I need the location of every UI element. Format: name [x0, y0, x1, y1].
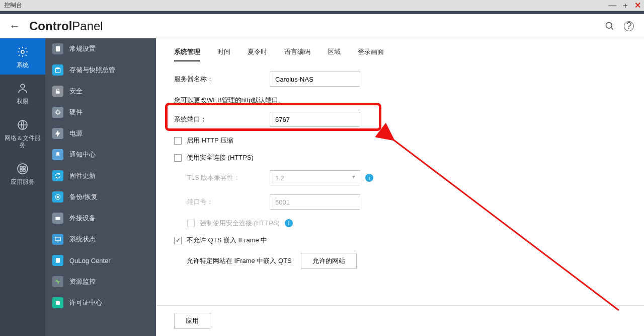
info-icon[interactable]: i: [365, 174, 373, 182]
sidebar-item-qulog[interactable]: QuLog Center: [45, 250, 156, 271]
tab-encoding[interactable]: 语言编码: [284, 47, 310, 61]
sidebar-item-firmware[interactable]: 固件更新: [45, 165, 156, 186]
checkbox-icon[interactable]: [174, 237, 182, 244]
update-icon: [52, 170, 63, 181]
close-icon[interactable]: ✕: [634, 0, 641, 11]
tls-label: TLS 版本兼容性：: [174, 173, 270, 182]
svg-rect-10: [56, 46, 60, 52]
sidebar-label: 备份/恢复: [69, 192, 98, 201]
apply-button[interactable]: 应用: [174, 313, 210, 329]
tab-sys-mgmt[interactable]: 系统管理: [174, 47, 200, 61]
user-icon: [16, 82, 29, 95]
sidebar-label: 系统状态: [69, 235, 96, 244]
svg-rect-8: [20, 169, 22, 171]
info-icon[interactable]: i: [285, 219, 293, 227]
storage-icon: [52, 64, 63, 76]
sidebar-item-hardware[interactable]: 硬件: [45, 102, 156, 123]
server-name-label: 服务器名称：: [174, 75, 270, 84]
sidebar-item-license[interactable]: 许可证中心: [45, 292, 156, 313]
content: 系统管理 时间 夏令时 语言编码 区域 登录画面 服务器名称： 您可以更改WEB…: [156, 38, 644, 336]
apps-icon: [16, 162, 29, 175]
rail-item-permissions[interactable]: 权限: [0, 75, 45, 111]
usb-icon: [52, 213, 63, 224]
gear-icon: [16, 45, 29, 58]
sidebar-label: 常规设置: [69, 44, 96, 53]
rail-item-system[interactable]: 系统: [0, 38, 45, 75]
tab-dst[interactable]: 夏令时: [248, 47, 267, 61]
sidebar-label: 电源: [69, 129, 83, 138]
rail-item-apps[interactable]: 应用服务: [0, 155, 45, 191]
https-port-input: [270, 194, 360, 210]
https-force-label: 强制使用安全连接 (HTTPS): [200, 219, 280, 228]
globe-icon: [16, 118, 29, 131]
svg-line-1: [611, 27, 613, 29]
rail: 系统 权限 网络＆文件服务 应用服务: [0, 38, 45, 336]
minimize-icon[interactable]: —: [608, 0, 616, 11]
rail-label: 权限: [17, 98, 29, 105]
sidebar-label: 资源监控: [69, 277, 96, 286]
footer: 应用: [156, 305, 644, 336]
back-icon[interactable]: ←: [9, 20, 20, 33]
sidebar-item-resource[interactable]: 资源监控: [45, 271, 156, 292]
sidebar-item-general[interactable]: 常规设置: [45, 38, 156, 59]
log-icon: [52, 255, 63, 266]
sidebar-item-backup[interactable]: 备份/恢复: [45, 186, 156, 208]
svg-rect-9: [23, 169, 25, 171]
monitor-icon: [52, 234, 63, 245]
svg-point-11: [55, 68, 60, 70]
sidebar-label: 存储与快照总管: [69, 65, 115, 75]
chip-icon: [52, 107, 63, 118]
sidebar-label: 外接设备: [69, 214, 96, 223]
window-titlebar: 控制台 — ＋ ✕: [0, 0, 644, 11]
help-icon[interactable]: ?: [624, 21, 634, 31]
checkbox-icon[interactable]: [174, 154, 182, 162]
svg-point-15: [57, 196, 59, 198]
svg-point-5: [18, 164, 28, 174]
sidebar-item-notification[interactable]: 通知中心: [45, 144, 156, 165]
sidebar-label: 许可证中心: [69, 298, 102, 307]
sidebar-label: 通知中心: [69, 150, 96, 159]
svg-point-2: [21, 50, 24, 53]
server-name-input[interactable]: [270, 72, 360, 87]
port-hint: 您可以更改WEB管理的http默认端口。: [174, 96, 626, 105]
allowed-sites-button[interactable]: 允许的网站: [301, 253, 357, 269]
sidebar-label: QuLog Center: [69, 257, 111, 264]
sidebar-label: 固件更新: [69, 171, 96, 180]
rail-label: 网络＆文件服务: [2, 135, 43, 149]
sys-port-input[interactable]: [270, 112, 360, 127]
tab-login[interactable]: 登录画面: [358, 47, 384, 61]
https-port-label: 端口号：: [174, 197, 270, 207]
tab-time[interactable]: 时间: [217, 47, 230, 61]
sidebar-item-storage[interactable]: 存储与快照总管: [45, 59, 156, 81]
sidebar-label: 安全: [69, 87, 83, 96]
sys-port-label: 系统端口：: [174, 115, 270, 124]
search-icon[interactable]: [605, 21, 615, 31]
rail-item-network[interactable]: 网络＆文件服务: [0, 111, 45, 155]
tab-region[interactable]: 区域: [328, 47, 341, 61]
license-icon: [52, 297, 63, 308]
http-compress-row[interactable]: 启用 HTTP 压缩: [174, 136, 626, 145]
sidebar-item-power[interactable]: 电源: [45, 123, 156, 144]
https-enable-label: 使用安全连接 (HTTPS): [187, 153, 254, 162]
rail-label: 应用服务: [11, 178, 35, 185]
sidebar-item-security[interactable]: 安全: [45, 81, 156, 102]
page-title: ControlPanel: [29, 19, 103, 33]
maximize-icon[interactable]: ＋: [621, 0, 629, 11]
svg-point-3: [21, 84, 25, 88]
https-enable-row[interactable]: 使用安全连接 (HTTPS): [174, 153, 626, 162]
svg-point-0: [606, 22, 612, 28]
svg-rect-13: [56, 111, 59, 114]
checkbox-icon[interactable]: [174, 137, 182, 145]
tls-select: [270, 170, 360, 185]
brand-bold: Control: [29, 19, 72, 33]
lock-icon: [52, 86, 63, 97]
rail-label: 系统: [17, 61, 29, 69]
bell-icon: [52, 149, 63, 160]
checkbox-icon: [187, 220, 195, 227]
iframe-deny-row[interactable]: 不允许 QTS 嵌入 IFrame 中: [174, 236, 626, 245]
window-controls: — ＋ ✕: [608, 0, 641, 11]
sidebar-item-status[interactable]: 系统状态: [45, 229, 156, 250]
power-icon: [52, 128, 63, 139]
pulse-icon: [52, 276, 63, 287]
sidebar-item-external[interactable]: 外接设备: [45, 208, 156, 229]
